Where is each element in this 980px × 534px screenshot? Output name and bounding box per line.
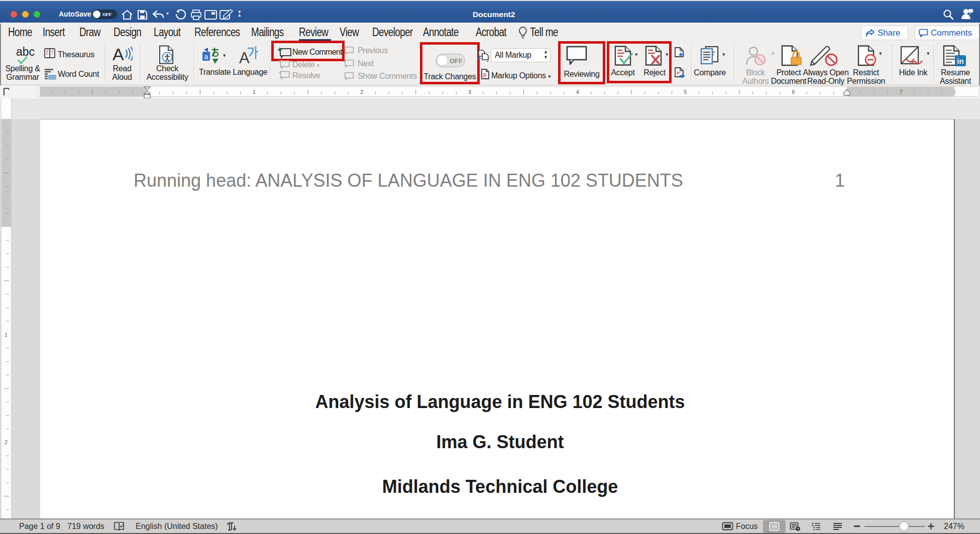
svg-text:A: A [113, 45, 124, 62]
svg-text:A: A [239, 49, 250, 65]
svg-text:6: 6 [792, 89, 795, 95]
svg-text:1: 1 [253, 89, 256, 95]
svg-text:3: 3 [468, 89, 471, 95]
svg-text:2: 2 [360, 89, 363, 95]
svg-text:1: 1 [5, 332, 8, 338]
svg-text:4: 4 [576, 89, 579, 95]
svg-text:7: 7 [900, 89, 903, 95]
svg-text:in: in [957, 57, 963, 65]
svg-text:123: 123 [49, 76, 55, 79]
svg-text:5: 5 [684, 89, 687, 95]
svg-text:2: 2 [5, 440, 8, 445]
svg-text:a: a [204, 52, 208, 61]
